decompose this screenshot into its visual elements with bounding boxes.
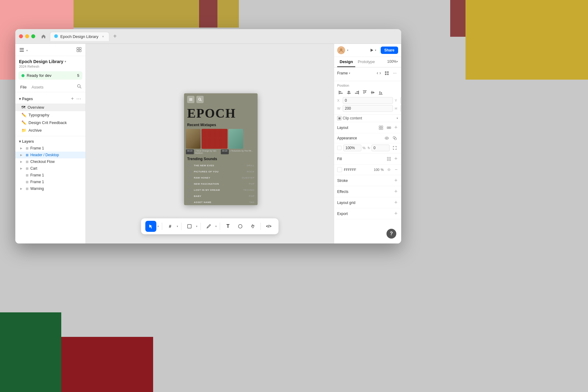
svg-rect-32 xyxy=(364,91,364,94)
pen-tool-dropdown[interactable]: ▾ xyxy=(215,224,217,228)
align-center-v-button[interactable] xyxy=(369,89,376,96)
main-content: ▾ Epoch Design Library ▾ 2024 Refresh xyxy=(15,44,401,243)
svg-rect-21 xyxy=(385,74,386,75)
fill-grid-icon[interactable] xyxy=(386,156,392,162)
component-icon-button[interactable] xyxy=(383,70,390,77)
x-input[interactable]: 0 xyxy=(343,97,393,104)
visibility-button[interactable] xyxy=(383,135,390,141)
layers-label: ▾ Layers xyxy=(19,139,34,144)
rotation-input[interactable] xyxy=(371,145,390,151)
select-tool-button[interactable] xyxy=(145,221,156,232)
frame-select[interactable]: Frame ▾ xyxy=(337,71,350,75)
minimize-button[interactable] xyxy=(25,34,29,38)
svg-rect-1 xyxy=(20,48,24,49)
align-right-button[interactable] xyxy=(353,89,360,96)
layout-grid-icon[interactable] xyxy=(378,124,384,131)
layer-cart[interactable]: ▶ ⊞ Cart xyxy=(15,165,85,172)
fill-hex-value[interactable]: FFFFFF xyxy=(344,168,372,172)
effects-add-button[interactable]: + xyxy=(394,188,398,195)
prototype-play-button[interactable]: ▾ xyxy=(368,47,379,53)
layer-header-desktop[interactable]: ▶ ⊞ Header / Desktop xyxy=(15,152,85,158)
new-tab-button[interactable]: + xyxy=(111,32,119,41)
right-sidebar: ▾ ▾ Share Design Prototype 100% xyxy=(334,44,401,243)
add-page-button[interactable]: + xyxy=(70,95,74,102)
code-tool-button[interactable]: </> xyxy=(263,221,274,232)
blend-mode-button[interactable] xyxy=(391,135,398,141)
export-label: Export xyxy=(337,212,348,216)
shape-tool-dropdown[interactable]: ▾ xyxy=(195,224,198,228)
file-tab[interactable]: File xyxy=(19,84,28,90)
opacity-input[interactable] xyxy=(343,145,361,151)
pages-menu-button[interactable]: ⋯ xyxy=(76,95,82,102)
layers-section-header[interactable]: ▾ Layers xyxy=(15,138,85,145)
layer-arrow-3: ▶ xyxy=(20,160,24,163)
layout-row: Layout xyxy=(334,122,401,133)
layer-warning[interactable]: ▶ ⊞ Warning xyxy=(15,185,85,192)
layer-frame1-1[interactable]: ▶ ⊞ Frame 1 xyxy=(15,145,85,152)
ready-for-dev-badge[interactable]: Ready for dev 5 xyxy=(18,71,82,80)
ellipse-tool-button[interactable] xyxy=(235,221,246,232)
more-options-button[interactable]: ⋯ xyxy=(391,70,398,77)
search-button[interactable] xyxy=(77,84,82,90)
tab-close-button[interactable]: × xyxy=(100,34,105,39)
align-bottom-button[interactable] xyxy=(377,89,384,96)
stroke-add-button[interactable]: + xyxy=(394,177,398,184)
hand-tool-button[interactable] xyxy=(247,221,258,232)
export-add-button[interactable]: + xyxy=(394,210,398,217)
layer-frame1-3[interactable]: ⊞ Frame 1 xyxy=(15,179,85,185)
fill-color-swatch[interactable] xyxy=(337,167,342,172)
y-input[interactable]: 0 xyxy=(400,97,401,104)
align-top-button[interactable] xyxy=(361,89,368,96)
avatar[interactable] xyxy=(337,46,345,54)
align-center-h-button[interactable] xyxy=(345,89,352,96)
fill-remove-button[interactable]: − xyxy=(394,166,398,173)
ready-count: 5 xyxy=(77,73,79,78)
layout-grid-add-button[interactable]: + xyxy=(394,199,398,206)
frame-tool-group: # ▾ xyxy=(165,221,179,232)
align-left-button[interactable] xyxy=(337,89,345,96)
track-play-1: ▶ xyxy=(187,163,191,168)
zoom-value[interactable]: 100% ▾ xyxy=(387,57,398,67)
frame-tool-dropdown[interactable]: ▾ xyxy=(176,224,179,228)
help-button[interactable]: ? xyxy=(386,229,396,239)
page-item-archive[interactable]: 📁 Archive xyxy=(15,126,85,134)
page-item-overview[interactable]: 🗺 Overview xyxy=(15,104,85,111)
layout-add-button[interactable]: + xyxy=(394,124,398,131)
assets-tab[interactable]: Assets xyxy=(30,84,45,90)
y-input-group: Y 0 xyxy=(395,97,401,104)
fill-visibility-button[interactable] xyxy=(386,166,392,173)
shape-tool-group: ▾ xyxy=(184,221,198,232)
pen-tool-button[interactable] xyxy=(203,221,214,232)
close-button[interactable] xyxy=(19,34,23,38)
layout-toggle-button[interactable] xyxy=(76,47,82,54)
project-name[interactable]: Epoch Design Library ▾ xyxy=(19,59,82,64)
home-button[interactable] xyxy=(39,32,48,41)
tab-prototype[interactable]: Prototype xyxy=(355,57,377,67)
tab-design[interactable]: Design xyxy=(337,57,355,67)
page-item-typography[interactable]: ✏️ Typography xyxy=(15,111,85,119)
shape-tool-button[interactable] xyxy=(184,221,195,232)
w-input[interactable]: 200 xyxy=(343,105,393,112)
pages-section-header[interactable]: ▾ Pages + ⋯ xyxy=(15,94,85,104)
select-tool-dropdown[interactable]: ▾ xyxy=(157,224,160,228)
page-item-design-crit[interactable]: ✏️ Design Crit Feedback xyxy=(15,119,85,126)
tab-epoch-design[interactable]: Epoch Design Library × xyxy=(50,32,109,41)
layer-checkout[interactable]: ▶ ⊞ Checkout Flow xyxy=(15,158,85,165)
y-label: Y xyxy=(395,99,399,102)
fullscreen-button[interactable] xyxy=(391,145,398,151)
layer-arrow-1: ▶ xyxy=(20,147,24,150)
fill-add-button[interactable]: + xyxy=(394,155,398,163)
maximize-button[interactable] xyxy=(31,34,35,38)
archive-icon: 📁 xyxy=(21,128,26,133)
layer-arrow-7: ▶ xyxy=(20,187,24,190)
h-input[interactable]: 200 xyxy=(400,105,401,112)
share-button[interactable]: Share xyxy=(381,47,398,54)
canvas-area[interactable]: EPOCH Recent Mixtapes 00:23 • Neue Orang… xyxy=(86,44,334,243)
svg-rect-5 xyxy=(79,47,81,49)
frame-tool-button[interactable]: # xyxy=(165,221,176,232)
layout-flex-icon[interactable] xyxy=(386,124,392,131)
layer-frame1-2[interactable]: ⊞ Frame 1 xyxy=(15,172,85,179)
code-view-button[interactable] xyxy=(375,70,382,77)
text-tool-button[interactable]: T xyxy=(223,221,234,232)
fill-section-header: Fill + xyxy=(334,153,401,164)
